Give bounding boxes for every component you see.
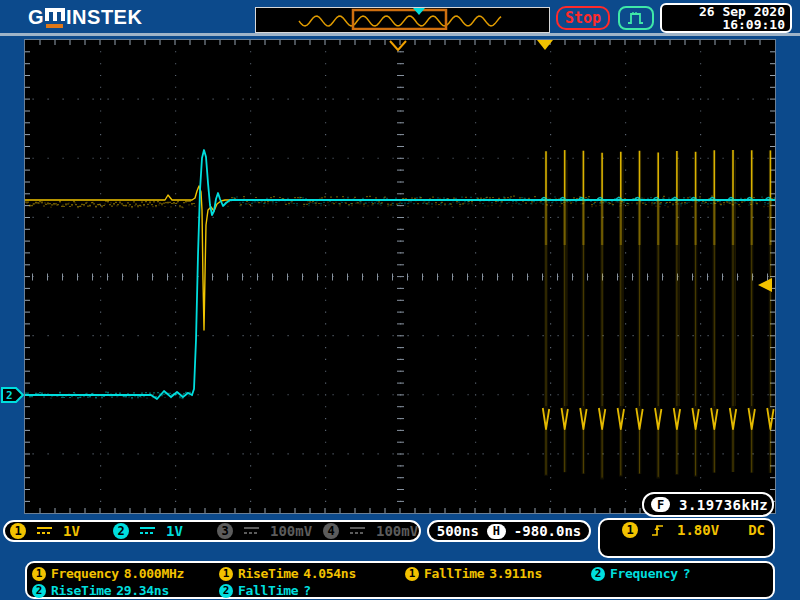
ch1-scale: 1V bbox=[63, 523, 80, 539]
graticule-and-traces bbox=[25, 40, 775, 513]
date-time-display: 26 Sep 2020 16:09:10 bbox=[660, 3, 792, 33]
channel-4-status[interactable]: 4 100mV bbox=[323, 523, 418, 539]
ch3-scale: 100mV bbox=[270, 523, 312, 539]
measurement-item: 1FallTime3.911ns bbox=[405, 566, 542, 581]
dc-coupling-icon bbox=[140, 526, 155, 536]
trigger-frequency-value: 3.19736kHz bbox=[679, 497, 768, 513]
ch2-position-marker[interactable]: 2 bbox=[1, 386, 25, 404]
trigger-level-marker[interactable] bbox=[758, 278, 772, 292]
measurement-item: 1Frequency8.000MHz bbox=[32, 566, 184, 581]
measurement-item: 1RiseTime4.054ns bbox=[219, 566, 356, 581]
dc-coupling-icon bbox=[37, 526, 52, 536]
logo-w-glyph bbox=[45, 7, 65, 30]
trigger-frequency-readout: F 3.19736kHz bbox=[642, 492, 774, 517]
pulse-icon bbox=[627, 11, 645, 25]
trigger-mode-button[interactable] bbox=[618, 6, 654, 30]
trigger-status[interactable]: 1 1.80V DC bbox=[598, 518, 775, 558]
ch4-badge: 4 bbox=[323, 523, 339, 539]
memory-cursor[interactable] bbox=[413, 8, 425, 15]
channel-1-status[interactable]: 1 1V bbox=[10, 523, 80, 539]
rising-edge-icon bbox=[651, 523, 664, 537]
time-label: 16:09:10 bbox=[667, 18, 785, 31]
timebase-value: 500ns bbox=[437, 523, 479, 539]
ch2-scale: 1V bbox=[166, 523, 183, 539]
stop-label: Stop bbox=[565, 9, 601, 27]
trigger-position-marker[interactable] bbox=[537, 40, 553, 50]
channel-3-status[interactable]: 3 100mV bbox=[217, 523, 312, 539]
horizontal-status[interactable]: 500ns H -980.0ns bbox=[427, 520, 591, 542]
horizontal-badge: H bbox=[487, 524, 506, 539]
topbar-separator bbox=[0, 33, 800, 36]
channel-status-bar: 1 1V 2 1V 3 100mV 4 100mV bbox=[3, 520, 421, 542]
trigger-source-badge: 1 bbox=[622, 522, 638, 538]
measurement-item: 2FallTime? bbox=[219, 583, 311, 598]
ch3-badge: 3 bbox=[217, 523, 233, 539]
dc-coupling-icon bbox=[350, 526, 365, 536]
measurement-item: 2RiseTime29.34ns bbox=[32, 583, 169, 598]
measurement-panel: 1Frequency8.000MHz 1RiseTime4.054ns 1Fal… bbox=[25, 561, 775, 599]
ch1-badge: 1 bbox=[10, 523, 26, 539]
graticule bbox=[25, 40, 775, 513]
waveform-display bbox=[25, 40, 775, 513]
trigger-coupling-value: DC bbox=[748, 522, 765, 538]
horizontal-position-marker[interactable] bbox=[390, 41, 406, 50]
trigger-level-value: 1.80V bbox=[677, 522, 719, 538]
frequency-badge: F bbox=[651, 497, 670, 512]
memory-bar-waveform-icon bbox=[256, 8, 547, 30]
logo-g: G bbox=[28, 6, 44, 28]
dc-coupling-icon bbox=[244, 526, 259, 536]
measurement-item: 2Frequency? bbox=[591, 566, 690, 581]
ch1-trace bbox=[25, 186, 775, 330]
oscilloscope-screen: G INSTEK Stop 26 Sep 2020 16:09:10 2 bbox=[0, 0, 800, 600]
ch2-badge: 2 bbox=[113, 523, 129, 539]
run-stop-indicator[interactable]: Stop bbox=[556, 6, 610, 30]
logo-instek: INSTEK bbox=[66, 6, 142, 28]
gwinstek-logo: G INSTEK bbox=[28, 6, 142, 30]
channel-2-status[interactable]: 2 1V bbox=[113, 523, 183, 539]
acquisition-memory-bar[interactable] bbox=[255, 7, 550, 33]
ch2-marker-label: 2 bbox=[6, 389, 13, 402]
horizontal-position-value: -980.0ns bbox=[514, 523, 581, 539]
ch4-scale: 100mV bbox=[376, 523, 418, 539]
